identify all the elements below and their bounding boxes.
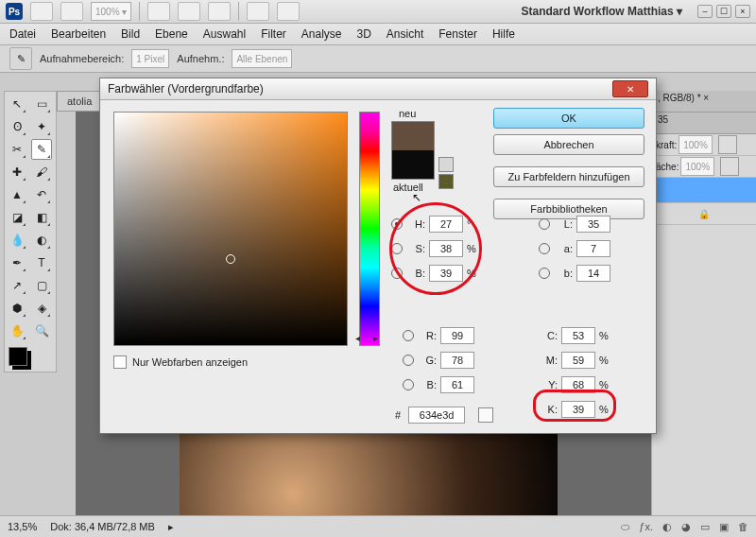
tool-3d[interactable]: ⬢ (7, 298, 27, 319)
mb-icon[interactable] (60, 2, 83, 21)
cube-icon[interactable] (438, 157, 454, 172)
workflow-dropdown[interactable]: Standard Workflow Matthias ▾ (522, 5, 682, 18)
tool-move[interactable]: ↖ (7, 94, 27, 114)
hand-icon[interactable] (147, 2, 170, 21)
input-c[interactable]: 53 (561, 327, 595, 344)
dialog-close-button[interactable]: ✕ (612, 80, 648, 97)
sb-trash-icon[interactable]: 🗑 (738, 521, 748, 533)
close-button[interactable]: × (735, 5, 750, 18)
rotate-icon[interactable] (208, 2, 231, 21)
menu-datei[interactable]: Datei (9, 27, 36, 41)
tool-stamp[interactable]: ▲ (7, 184, 27, 205)
radio-s[interactable] (391, 243, 403, 254)
sb-mask-icon[interactable]: ◐ (662, 521, 672, 533)
tool-eraser[interactable]: ◪ (7, 207, 27, 228)
sample-layers-select[interactable]: Alle Ebenen (232, 49, 292, 68)
color-swatch[interactable] (9, 347, 27, 366)
menu-fenster[interactable]: Fenster (438, 27, 477, 41)
sb-folder-icon[interactable]: ▭ (700, 521, 710, 533)
tool-lasso[interactable]: ʘ (7, 116, 27, 137)
tool-shape[interactable]: ▢ (31, 275, 52, 296)
tool-eyedropper[interactable]: ✎ (31, 139, 52, 160)
add-swatch-button[interactable]: Zu Farbfeldern hinzufügen (493, 166, 644, 187)
input-b[interactable]: 39 (429, 265, 463, 282)
rp-tab-35[interactable]: 35 (652, 113, 756, 134)
web-only-checkbox[interactable]: Nur Webfarben anzeigen (113, 355, 248, 369)
menu-filter[interactable]: Filter (261, 27, 286, 41)
radio-g[interactable] (403, 355, 414, 366)
menu-hilfe[interactable]: Hilfe (492, 27, 515, 41)
input-s[interactable]: 38 (429, 240, 463, 257)
tool-history[interactable]: ↶ (31, 184, 52, 205)
tool-crop[interactable]: ✂ (7, 139, 27, 160)
tool-hand[interactable]: ✋ (7, 320, 27, 341)
input-r[interactable]: 99 (440, 327, 474, 344)
tool-gradient[interactable]: ◧ (31, 207, 52, 228)
tool-wand[interactable]: ✦ (31, 116, 52, 137)
layer-hl[interactable] (652, 178, 756, 203)
input-k[interactable]: 39 (561, 401, 595, 418)
menu-auswahl[interactable]: Auswahl (203, 27, 246, 41)
br-icon[interactable] (30, 2, 53, 21)
tool-blur[interactable]: 💧 (7, 230, 27, 251)
flache-input[interactable]: 100% (680, 157, 714, 176)
input-bb[interactable]: 61 (440, 376, 474, 393)
hue-slider[interactable] (359, 112, 380, 346)
tool-path[interactable]: ↗ (7, 275, 27, 296)
input-a[interactable]: 7 (576, 240, 610, 257)
rp-tab-rgb[interactable]: , RGB/8) * × (652, 91, 756, 113)
tool-heal[interactable]: ✚ (7, 162, 27, 182)
radio-h[interactable] (391, 218, 403, 230)
sb-adj-icon[interactable]: ◕ (681, 521, 691, 533)
input-h[interactable]: 27 (429, 216, 463, 233)
arrange-icon[interactable] (247, 2, 269, 21)
color-cursor[interactable] (226, 254, 235, 264)
sample-size-select[interactable]: 1 Pixel (131, 49, 169, 68)
radio-bb[interactable] (403, 379, 414, 390)
tool-marquee[interactable]: ▭ (31, 94, 52, 114)
radio-r[interactable] (403, 330, 414, 341)
sb-fx-icon[interactable]: ƒx. (639, 521, 653, 533)
radio-l[interactable] (539, 218, 550, 230)
input-g[interactable]: 78 (440, 352, 474, 369)
menu-ebene[interactable]: Ebene (155, 27, 188, 41)
websafe-icon[interactable] (438, 174, 454, 189)
tool-brush[interactable]: 🖌 (31, 162, 52, 182)
color-field[interactable] (113, 112, 348, 346)
input-y[interactable]: 68 (561, 376, 595, 393)
input-m[interactable]: 59 (561, 352, 595, 369)
input-l[interactable]: 35 (576, 216, 610, 233)
radio-b[interactable] (391, 268, 403, 279)
input-b2[interactable]: 14 (576, 265, 610, 282)
doc-tab-left[interactable]: atolia (57, 91, 102, 112)
rp-icon2[interactable] (720, 157, 739, 176)
dialog-title-bar[interactable]: Farbwähler (Vordergrundfarbe) ✕ (100, 78, 656, 100)
tool-3d2[interactable]: ◈ (31, 298, 52, 319)
radio-a[interactable] (539, 243, 550, 254)
tool-zoom[interactable]: 🔍 (31, 320, 52, 341)
cancel-button[interactable]: Abbrechen (493, 134, 644, 155)
ok-button[interactable]: OK (493, 108, 644, 129)
menu-ansicht[interactable]: Ansicht (387, 27, 423, 41)
eyedropper-icon[interactable]: ✎ (9, 47, 32, 70)
menu-bearbeiten[interactable]: Bearbeiten (51, 27, 106, 41)
menu-3d[interactable]: 3D (357, 27, 371, 41)
tool-pen[interactable]: ✒ (7, 252, 27, 273)
screen-icon[interactable] (277, 2, 300, 21)
zoom-select[interactable]: 100% ▾ (91, 2, 131, 21)
sb-link-icon[interactable]: ⬭ (621, 521, 629, 533)
hex-swatch[interactable] (478, 407, 493, 423)
menu-bild[interactable]: Bild (121, 27, 140, 41)
radio-b2[interactable] (539, 268, 550, 279)
zoom-icon[interactable] (178, 2, 200, 21)
minimize-button[interactable]: – (697, 5, 713, 18)
rp-icon1[interactable] (718, 135, 737, 154)
zoom-pct[interactable]: 13,5% (8, 521, 37, 532)
tool-dodge[interactable]: ◐ (31, 230, 52, 251)
hex-input[interactable]: 634e3d (408, 407, 465, 424)
restore-button[interactable]: ☐ (716, 5, 731, 18)
menu-analyse[interactable]: Analyse (301, 27, 342, 41)
sb-new-icon[interactable]: ▣ (719, 521, 729, 533)
tool-type[interactable]: T (31, 252, 52, 273)
kraft-input[interactable]: 100% (679, 135, 713, 154)
